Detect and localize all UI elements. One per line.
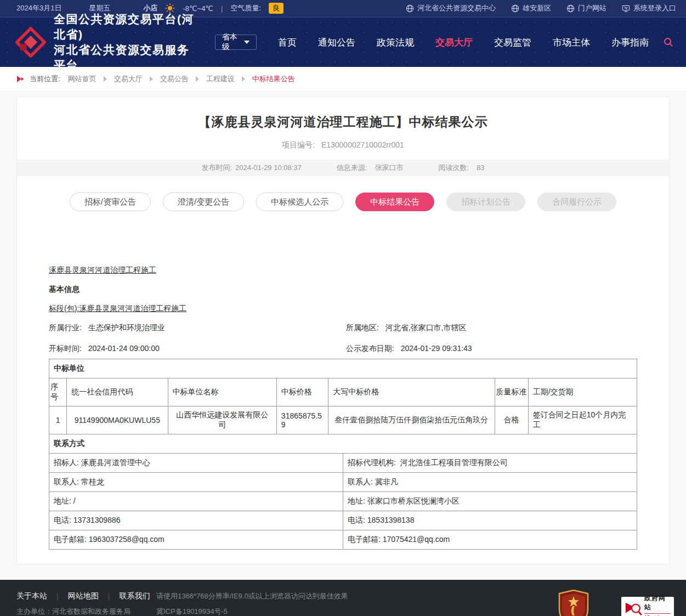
col-header-quality: 质量标准 [495,378,528,406]
cell-tenderer: 招标人: 涿鹿县河道管理中心 [49,454,343,473]
col-header-price-caps: 大写中标价格 [328,378,495,406]
breadcrumb-item-engineering[interactable]: 工程建设 [206,74,235,84]
info-row-dates: 开标时间: 2024-01-24 09:00:00 公示发布日期: 2024-0… [49,344,637,354]
table-row: 地址: / 地址: 张家口市桥东区悦澜湾小区 [49,492,637,511]
nav-item-policies[interactable]: 政策法规 [377,36,414,49]
footer-sponsor: 主办单位：河北省数据和政务服务局 [16,607,156,616]
contact-section-title: 联系方式 [49,434,637,454]
breadcrumb-separator-icon [104,76,107,82]
project-number-value: E13000002710002rr001 [321,140,404,149]
breadcrumb-item-home[interactable]: 网站首页 [68,74,97,84]
table-row: 中标单位 [49,359,637,378]
project-number-label: 项目编号: [282,140,315,149]
find-error-icon [625,600,642,616]
footer-link-sitemap[interactable]: 网站地图 [68,591,99,601]
search-icon[interactable] [663,37,674,48]
browser-notice: 请使用1366*768分辨率/IE9.0或以上浏览器访问达到最佳效果 [156,591,348,601]
site-title-line2: 河北省公共资源交易服务平台 [54,42,199,73]
tab-candidate-publicity[interactable]: 中标候选人公示 [256,193,343,211]
globe-icon [511,4,519,13]
site-title: 全国公共资源交易平台(河北省) 河北省公共资源交易服务平台 [54,12,199,73]
air-quality-badge: 良 [269,3,284,14]
section-basic-info-heading: 基本信息 [49,285,637,293]
publish-meta-bar: 发布时间:2024-01-29 10:08:37 信息来源:张家口市 阅读次数:… [17,160,669,176]
link-xiongan[interactable]: 雄安新区 [511,3,551,13]
table-row: 招标人: 涿鹿县河道管理中心 招标代理机构: 河北浩佳工程项目管理有限公司 [49,454,637,473]
field-publicity-date: 公示发布日期: 2024-01-29 09:31:43 [346,344,637,354]
party-gov-badge[interactable]: 党政机关 [558,590,589,616]
link-portal[interactable]: 门户网站 [566,3,606,13]
breadcrumb-item-trade-notices[interactable]: 交易公告 [160,74,189,84]
cell-period: 签订合同之日起10个月内完工 [528,406,637,434]
site-footer: 关于本站 ｜ 网站地图 ｜ 联系我们 请使用1366*768分辨率/IE9.0或… [0,580,686,616]
cell-email-right: 电子邮箱: 17075421@qq.com [343,530,637,550]
page-title: 【涿鹿县灵泉河河道治理工程施工】中标结果公示 [17,97,669,131]
globe-icon [406,4,414,13]
nav-item-market-entities[interactable]: 市场主体 [553,36,590,49]
col-header-period: 工期/交货期 [528,378,637,406]
cell-credit-code: 91149900MA0KUWLU55 [67,406,168,434]
breadcrumb-item-current[interactable]: 中标结果公告 [252,74,295,84]
tab-result-announcement[interactable]: 中标结果公告 [355,193,434,211]
winner-section-title: 中标单位 [49,359,637,378]
breadcrumb-separator-icon [150,76,153,82]
notice-type-tabs: 招标/资审公告 澄清/变更公告 中标候选人公示 中标结果公告 招标计划公告 合同… [17,193,669,211]
cell-phone-right: 电话: 18531398138 [343,511,637,530]
col-header-credit-code: 统一社会信用代码 [67,378,168,406]
contact-table: 联系方式 招标人: 涿鹿县河道管理中心 招标代理机构: 河北浩佳工程项目管理有限… [49,434,637,550]
cell-price: 31865875.59 [276,406,328,434]
footer-icp: 冀ICP备19019934号-5 [156,607,228,616]
table-row: 联系人: 常桂龙 联系人: 冀非凡 [49,473,637,492]
cell-price-caps: 叁仟壹佰捌拾陆万伍仟捌佰柒拾伍元伍角玖分 [328,406,495,434]
nav-item-notices[interactable]: 通知公告 [318,36,355,49]
breadcrumb-separator-icon [196,76,199,82]
tab-contract-performance: 合同履行公示 [537,193,616,211]
info-source: 信息来源:张家口市 [337,163,404,173]
site-header: 全国公共资源交易平台(河北省) 河北省公共资源交易服务平台 省本级 首页 通知公… [0,18,686,67]
link-system-login[interactable]: 系统登录入口 [622,3,676,13]
cell-winner-name: 山西华恒远建设发展有限公司 [168,406,276,434]
table-row: 联系方式 [49,434,637,454]
region-selector-dropdown[interactable]: 省本级 [215,35,257,50]
cell-agency: 招标代理机构: 河北浩佳工程项目管理有限公司 [343,454,637,473]
main-area: 【涿鹿县灵泉河河道治理工程施工】中标结果公示 项目编号: E1300000271… [0,91,686,564]
nav-item-supervision[interactable]: 交易监管 [494,36,531,49]
table-row: 1 91149900MA0KUWLU55 山西华恒远建设发展有限公司 31865… [49,406,637,434]
tab-plan-announcement: 招标计划公告 [446,193,525,211]
col-header-seq: 序号 [49,378,67,406]
footer-link-contact[interactable]: 联系我们 [119,591,150,601]
topbar-links: 河北省公共资源交易中心 雄安新区 门户网站 系统登录入口 [390,3,676,13]
col-header-winner-name: 中标单位名称 [168,378,276,406]
cell-quality: 合格 [495,406,528,434]
view-count: 阅读次数:83 [438,163,484,173]
table-row: 电话: 13731309886 电话: 18531398138 [49,511,637,530]
winner-table: 中标单位 序号 统一社会信用代码 中标单位名称 中标价格 大写中标价格 质量标准… [49,359,637,434]
nav-item-guide[interactable]: 办事指南 [611,36,649,49]
nav-item-home[interactable]: 首页 [278,36,297,49]
field-bid-opening-time: 开标时间: 2024-01-24 09:00:00 [49,344,346,354]
air-quality-label: 空气质量: [230,3,261,13]
breadcrumb-item-trading-hall[interactable]: 交易大厅 [114,74,143,84]
site-logo-icon [15,27,46,58]
nav-item-trading-hall[interactable]: 交易大厅 [435,36,473,49]
table-row: 电子邮箱: 1963037258@qq.com 电子邮箱: 17075421@q… [49,530,637,550]
cell-address-right: 地址: 张家口市桥东区悦澜湾小区 [343,492,637,511]
breadcrumb-label: 当前位置: [30,74,60,84]
tab-clarification[interactable]: 澄清/变更公告 [163,193,244,211]
site-title-line1: 全国公共资源交易平台(河北省) [54,12,199,42]
footer-link-about[interactable]: 关于本站 [16,591,47,601]
footer-badges: 党政机关 政府网站 找错 [558,590,674,616]
col-header-price: 中标价格 [276,378,328,406]
lot-package-text: 标段(包):涿鹿县灵泉河河道治理工程施工 [49,304,637,312]
breadcrumb-arrow-icon [16,76,24,82]
project-name-text: 涿鹿县灵泉河河道治理工程施工 [49,266,637,274]
gov-site-error-report-badge[interactable]: 政府网站 找错 [621,597,674,616]
table-row: 序号 统一社会信用代码 中标单位名称 中标价格 大写中标价格 质量标准 工期/交… [49,378,637,406]
tab-tender-announcement[interactable]: 招标/资审公告 [70,193,151,211]
monitor-icon [622,4,630,13]
cell-contact-right: 联系人: 冀非凡 [343,473,637,492]
project-number-line: 项目编号: E13000002710002rr001 [17,140,669,150]
find-error-badge-text: 政府网站 找错 [644,594,671,616]
globe-icon [566,4,575,13]
link-hebei-trading-center[interactable]: 河北省公共资源交易中心 [406,3,496,13]
